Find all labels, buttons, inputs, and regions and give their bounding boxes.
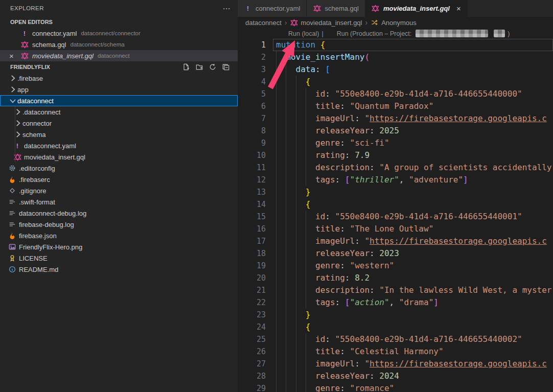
indent-guide (296, 272, 296, 284)
chevron-down-icon (8, 96, 17, 105)
run-local-link[interactable]: Run (local) (288, 30, 319, 37)
tree-item--firebaserc[interactable]: .firebaserc (0, 174, 238, 185)
image-icon (8, 243, 16, 251)
flame-icon (8, 232, 16, 240)
code-line-15[interactable]: 15 id: "550e8400-e29b-41d4-a716-44665544… (238, 211, 553, 223)
code-line-3[interactable]: 3 data: [ (238, 63, 553, 76)
code-line-content: { (266, 198, 553, 211)
tree-item--gitignore[interactable]: .gitignore (0, 185, 238, 196)
code-line-26[interactable]: 26 title: "Celestial Harmony" (238, 345, 553, 358)
open-editors-section-header[interactable]: OPEN EDITORS (0, 16, 238, 28)
tree-item--firebase[interactable]: .firebase (0, 73, 238, 84)
indent-guide (276, 174, 276, 186)
code-line-10[interactable]: 10 rating: 7.9 (238, 149, 553, 162)
code-line-12[interactable]: 12 tags: ["thriller", "adventure"] (238, 174, 553, 186)
indent-guide (286, 112, 286, 125)
indent-guide (276, 272, 276, 284)
tree-item-firebase-json[interactable]: firebase.json (0, 230, 238, 241)
chevron-down-icon (2, 18, 10, 26)
code-line-21[interactable]: 21 description: "In the lawless Wild Wes… (238, 284, 553, 296)
code-line-8[interactable]: 8 releaseYear: 2025 (238, 125, 553, 137)
project-section-header[interactable]: FRIENDLYFLIX (0, 61, 238, 73)
new-file-button[interactable] (181, 62, 191, 72)
open-editor-item[interactable]: schema.gqldataconnect/schema (0, 39, 238, 50)
indent-guide (286, 235, 286, 247)
line-number: 3 (238, 63, 266, 76)
code-line-27[interactable]: 27 imageUrl: "https://firebasestorage.go… (238, 358, 553, 370)
code-line-20[interactable]: 20 rating: 8.2 (238, 272, 553, 284)
license-icon (8, 254, 16, 262)
code-line-6[interactable]: 6 title: "Quantum Paradox" (238, 100, 553, 112)
code-line-16[interactable]: 16 title: "The Lone Outlaw" (238, 223, 553, 235)
refresh-explorer-button[interactable] (208, 62, 217, 72)
graphql-icon (13, 153, 21, 161)
code-line-19[interactable]: 19 genre: "western" (238, 260, 553, 272)
exclaim-icon: ! (20, 29, 29, 37)
code-line-25[interactable]: 25 id: "550e8400-e29b-41d4-a716-44665544… (238, 333, 553, 345)
tree-item-license[interactable]: LICENSE (0, 252, 238, 264)
tree-item-label: dataconnect (17, 97, 54, 105)
code-line-13[interactable]: 13 } (238, 186, 553, 198)
breadcrumb-item[interactable]: moviedata_insert.gql (301, 19, 362, 27)
indent-guide (286, 211, 286, 223)
open-editor-item[interactable]: !connector.yamldataconnect/connector (0, 28, 238, 39)
tree-item-dataconnect-debug-log[interactable]: dataconnect-debug.log (0, 207, 238, 219)
tree-item-friendlyflix-hero-png[interactable]: FriendlyFlix-Hero.png (0, 241, 238, 252)
code-editor[interactable]: 1mutation {2 movie_insertMany(3 data: [4… (238, 39, 553, 392)
tree-item--swift-format[interactable]: .swift-format (0, 196, 238, 207)
code-line-4[interactable]: 4 { (238, 76, 553, 88)
indent-guide (306, 272, 306, 284)
new-folder-button[interactable] (195, 62, 204, 72)
indent-guide (296, 174, 296, 186)
run-production-link[interactable]: Run (Production – Project: (337, 30, 412, 37)
tab-moviedata-insert-gql[interactable]: moviedata_insert.gql× (365, 0, 468, 17)
tree-item-label: connector (22, 120, 52, 127)
anonymous-icon (371, 18, 379, 27)
indent-guide (286, 125, 286, 137)
indent-guide (276, 370, 276, 382)
code-line-2[interactable]: 2 movie_insertMany( (238, 51, 553, 63)
tree-item--editorconfig[interactable]: .editorconfig (0, 163, 238, 174)
breadcrumb-item[interactable]: Anonymous (381, 19, 417, 27)
tree-item-readme-md[interactable]: README.md (0, 264, 238, 275)
tree-item-firebase-debug-log[interactable]: firebase-debug.log (0, 219, 238, 230)
open-editor-item[interactable]: ×moviedata_insert.gqldataconnect (0, 50, 238, 61)
code-line-17[interactable]: 17 imageUrl: "https://firebasestorage.go… (238, 235, 553, 247)
codelens-separator: | (321, 30, 323, 37)
code-line-9[interactable]: 9 genre: "sci-fi" (238, 137, 553, 149)
tree-item-app[interactable]: app (0, 84, 238, 95)
code-line-18[interactable]: 18 releaseYear: 2023 (238, 247, 553, 260)
tab-connector-yaml[interactable]: !connector.yaml (238, 0, 307, 17)
tree-item-label: dataconnect.yaml (24, 142, 76, 150)
code-line-11[interactable]: 11 description: "A group of scientists a… (238, 162, 553, 174)
code-line-29[interactable]: 29 genre: "romance" (238, 382, 553, 392)
tree-item--dataconnect[interactable]: .dataconnect (0, 106, 238, 118)
code-line-content: title: "The Lone Outlaw" (266, 223, 553, 235)
indent-guide (286, 198, 286, 211)
close-icon[interactable]: × (9, 52, 14, 60)
tree-item-schema[interactable]: schema (0, 129, 238, 140)
code-line-content: genre: "romance" (266, 382, 553, 392)
code-line-7[interactable]: 7 imageUrl: "https://firebasestorage.goo… (238, 112, 553, 125)
code-line-28[interactable]: 28 releaseYear: 2024 (238, 370, 553, 382)
breadcrumb-item[interactable]: dataconnect (245, 19, 282, 27)
graphql-icon (20, 52, 29, 60)
code-line-1[interactable]: 1mutation { (238, 39, 553, 51)
indent-guide (276, 235, 276, 247)
tree-item-moviedata-insert-gql[interactable]: moviedata_insert.gql (0, 151, 238, 163)
code-line-23[interactable]: 23 } (238, 309, 553, 321)
explorer-sidebar: EXPLORER ⋯ OPEN EDITORS !connector.yamld… (0, 0, 238, 392)
code-line-24[interactable]: 24 { (238, 321, 553, 333)
breadcrumb-separator-icon: › (365, 18, 367, 27)
tree-item-connector[interactable]: connector (0, 118, 238, 129)
tree-item-dataconnect-yaml[interactable]: !dataconnect.yaml (0, 140, 238, 151)
ellipsis-icon[interactable]: ⋯ (223, 5, 231, 12)
code-line-14[interactable]: 14 { (238, 198, 553, 211)
collapse-folders-button[interactable] (221, 62, 231, 72)
code-line-5[interactable]: 5 id: "550e8400-e29b-41d4-a716-446655440… (238, 88, 553, 100)
close-icon[interactable]: × (456, 4, 461, 13)
code-line-22[interactable]: 22 tags: ["action", "drama"] (238, 296, 553, 309)
tree-item-dataconnect[interactable]: dataconnect (0, 95, 238, 106)
tab-schema-gql[interactable]: schema.gql (307, 0, 365, 17)
explorer-title: EXPLORER (10, 5, 44, 11)
